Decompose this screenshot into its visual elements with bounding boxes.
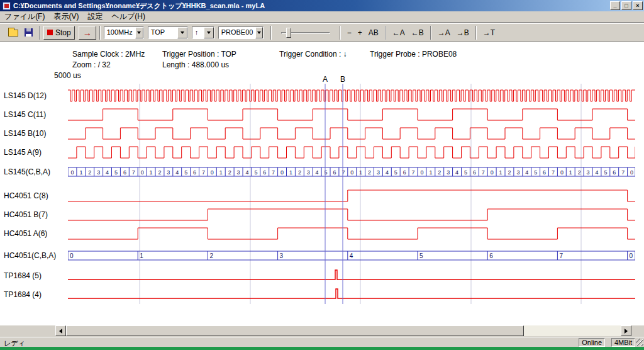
svg-text:4: 4 <box>525 169 528 176</box>
stop-label: Stop <box>55 28 71 37</box>
svg-text:2: 2 <box>368 169 371 176</box>
scroll-left-button[interactable] <box>55 325 66 336</box>
toolbar-separator <box>430 26 431 40</box>
channel-label-hc4051-bus: HC4051(C,B,A) <box>4 251 56 261</box>
stop-button[interactable]: Stop <box>43 26 75 40</box>
zoom-slider[interactable] <box>279 26 333 40</box>
chevron-down-icon <box>207 31 211 34</box>
zoom-slider-thumb[interactable] <box>286 28 291 38</box>
svg-text:5: 5 <box>325 169 328 176</box>
zoom-info: Zoom : / 32 <box>72 60 111 69</box>
open-button[interactable] <box>5 26 21 40</box>
trigger-condition-info: Trigger Condition : ↓ <box>279 50 347 59</box>
goto-a-right-button[interactable]: →A <box>435 26 453 40</box>
waveform-client: Sample Clock : 2MHz Trigger Position : T… <box>0 42 644 325</box>
trigger-edge-select[interactable]: ↑ <box>192 26 214 39</box>
open-folder-icon <box>8 30 18 37</box>
svg-text:2: 2 <box>508 169 511 176</box>
svg-text:3: 3 <box>516 169 519 176</box>
scroll-right-button[interactable] <box>621 325 631 336</box>
trigger-probe-value: PROBE00 <box>219 27 256 38</box>
svg-text:6: 6 <box>333 169 336 176</box>
zoom-ab-button[interactable]: AB <box>365 26 382 40</box>
svg-text:0: 0 <box>350 169 353 176</box>
horizontal-scrollbar[interactable] <box>55 325 631 336</box>
dropdown-button[interactable] <box>255 27 262 38</box>
menu-file[interactable]: ファイル(F) <box>0 11 49 23</box>
toolbar: Stop → 100MHz TOP ↑ PROBE00 <box>0 23 644 42</box>
dropdown-button[interactable] <box>204 27 214 38</box>
scrollbar-thumb[interactable] <box>66 325 524 336</box>
waveform-svg[interactable]: 0123456701234567012345670123456701234567… <box>68 84 635 308</box>
svg-text:2: 2 <box>88 169 91 176</box>
cursor-a-label[interactable]: A <box>323 75 328 84</box>
svg-text:5: 5 <box>114 169 118 176</box>
goto-a-left-button[interactable]: ←A <box>389 26 408 40</box>
svg-text:0: 0 <box>141 169 144 176</box>
dropdown-button[interactable] <box>177 27 187 38</box>
channel-label-ls145-bus: LS145(C,B,A) <box>4 167 50 177</box>
svg-text:4: 4 <box>455 169 458 176</box>
svg-text:2: 2 <box>298 169 301 176</box>
close-button[interactable]: × <box>633 1 643 10</box>
menu-help[interactable]: ヘルプ(H) <box>107 11 150 23</box>
svg-text:3: 3 <box>280 252 284 259</box>
trigger-edge-value: ↑ <box>192 27 204 38</box>
toolbar-separator <box>270 26 272 40</box>
maximize-button[interactable]: □ <box>621 1 631 10</box>
svg-text:1: 1 <box>219 169 223 176</box>
svg-text:5: 5 <box>254 169 257 176</box>
svg-text:4: 4 <box>316 169 319 176</box>
zoom-in-button[interactable]: + <box>355 26 365 40</box>
svg-text:1: 1 <box>499 169 502 176</box>
svg-text:5: 5 <box>394 169 397 176</box>
sample-clock-select[interactable]: 100MHz <box>104 26 144 39</box>
svg-text:0: 0 <box>211 169 214 176</box>
trigger-probe-select[interactable]: PROBE00 <box>218 26 264 39</box>
svg-text:4: 4 <box>106 169 109 176</box>
svg-text:0: 0 <box>70 252 74 259</box>
svg-text:3: 3 <box>167 169 170 176</box>
svg-text:0: 0 <box>491 169 494 176</box>
svg-text:4: 4 <box>175 169 179 176</box>
goto-b-right-button[interactable]: →B <box>453 26 472 40</box>
save-button[interactable] <box>21 26 36 40</box>
menu-settings[interactable]: 設定 <box>83 11 107 23</box>
trigger-position-select[interactable]: TOP <box>148 26 188 39</box>
title-bar[interactable]: C:¥Documents and Settings¥noname¥デスクトップ¥… <box>0 0 644 11</box>
svg-text:3: 3 <box>377 169 380 176</box>
arrow-right-icon <box>625 329 628 334</box>
run-button[interactable]: → <box>79 26 96 40</box>
dropdown-button[interactable] <box>135 27 143 38</box>
menu-bar: ファイル(F) 表示(V) 設定 ヘルプ(H) <box>0 11 644 23</box>
svg-text:3: 3 <box>237 169 240 176</box>
goto-trigger-button[interactable]: →T <box>480 26 498 40</box>
svg-text:3: 3 <box>447 169 450 176</box>
menu-view[interactable]: 表示(V) <box>49 11 83 23</box>
cursor-b-label[interactable]: B <box>340 75 345 84</box>
svg-text:2: 2 <box>578 169 581 176</box>
chevron-down-icon <box>137 31 141 34</box>
goto-b-left-button[interactable]: ←B <box>408 26 427 40</box>
svg-text:3: 3 <box>587 169 590 176</box>
channel-label-ls145-a: LS145 A(9) <box>4 147 42 157</box>
svg-text:0: 0 <box>420 169 423 176</box>
svg-text:3: 3 <box>307 169 310 176</box>
svg-text:7: 7 <box>412 169 415 176</box>
length-info: Length : 488.000 us <box>162 60 229 69</box>
svg-text:2: 2 <box>158 169 161 176</box>
svg-text:4: 4 <box>350 252 353 259</box>
status-ready-text: レディ <box>4 339 25 348</box>
trigger-position-value: TOP <box>148 27 177 38</box>
scrollbar-track[interactable] <box>524 325 621 336</box>
stop-square-icon <box>47 30 53 35</box>
svg-text:1: 1 <box>569 169 572 176</box>
svg-text:5: 5 <box>419 252 423 259</box>
svg-text:6: 6 <box>613 169 616 176</box>
minimize-button[interactable]: _ <box>610 1 620 10</box>
svg-text:4: 4 <box>595 169 598 176</box>
sample-clock-value: 100MHz <box>104 27 135 38</box>
resize-grip-icon[interactable] <box>636 339 643 346</box>
svg-text:7: 7 <box>559 252 563 259</box>
zoom-out-button[interactable]: − <box>344 26 355 40</box>
